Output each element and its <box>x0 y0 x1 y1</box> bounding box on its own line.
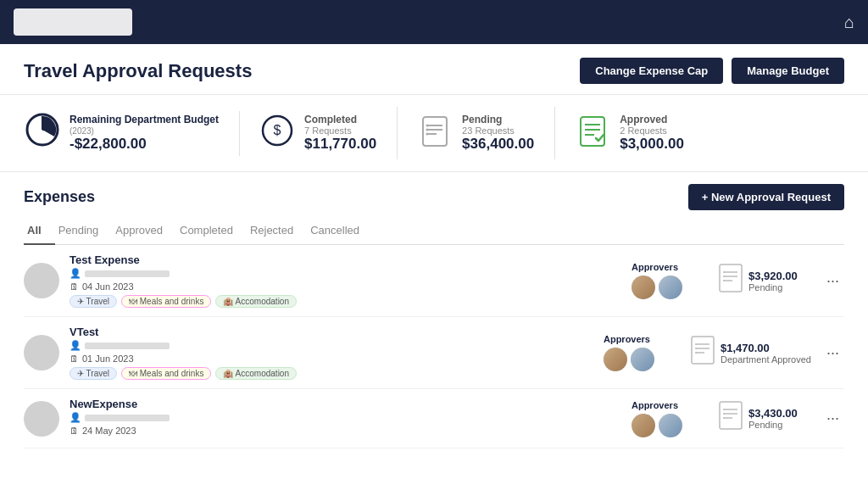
calendar-icon: 🗓 <box>70 426 79 436</box>
completed-icon: $ <box>260 114 294 153</box>
expenses-header: Expenses + New Approval Request <box>24 184 844 210</box>
expense-menu-button[interactable]: ··· <box>821 272 844 290</box>
svg-point-10 <box>426 129 429 131</box>
expense-name: NewExpense <box>70 398 621 410</box>
expense-list: Test Expense 👤 🗓 04 Jun 2023 ✈ Travel 🍽 … <box>24 245 844 465</box>
change-expense-cap-button[interactable]: Change Expense Cap <box>580 58 723 84</box>
tab-pending[interactable]: Pending <box>55 219 113 245</box>
receipt-amount: $3,430.00 <box>748 407 798 420</box>
user-text-blur <box>85 415 170 421</box>
completed-card: $ Completed 7 Requests $11,770.00 <box>260 107 398 159</box>
expense-tabs: All Pending Approved Completed Rejected … <box>24 219 844 245</box>
receipt-icon <box>690 335 715 371</box>
header-section: Travel Approval Requests Change Expense … <box>0 44 868 95</box>
expense-approvers: Approvers <box>604 334 680 371</box>
expense-date: 🗓 01 Jun 2023 <box>70 354 593 364</box>
svg-rect-12 <box>581 117 604 146</box>
svg-text:$: $ <box>274 123 281 137</box>
approved-card: Approved 2 Requests $3,000.00 <box>576 107 704 159</box>
expense-menu-button[interactable]: ··· <box>821 344 844 362</box>
user-text-blur <box>85 270 170 277</box>
svg-point-21 <box>723 276 725 277</box>
expense-receipt: $3,430.00 Pending <box>718 400 811 437</box>
receipt-status: Pending <box>748 282 798 292</box>
expense-menu-button[interactable]: ··· <box>821 409 844 427</box>
svg-point-27 <box>695 343 697 345</box>
approved-count: 2 Requests <box>620 125 684 136</box>
expense-user: 👤 <box>70 340 593 351</box>
avatar <box>24 401 59 437</box>
pending-value: $36,400.00 <box>462 136 534 153</box>
user-text-blur <box>85 342 170 349</box>
table-row: NewExpense 👤 🗓 24 May 2023 Approvers <box>24 389 844 448</box>
expense-receipt: $1,470.00 Department Approved <box>690 335 811 371</box>
svg-point-34 <box>723 409 725 410</box>
completed-count: 7 Requests <box>304 125 376 136</box>
tag-travel: ✈ Travel <box>70 367 117 380</box>
tag-meals: 🍽 Meals and drinks <box>121 295 211 308</box>
budget-year: (2023) <box>70 126 219 136</box>
expense-main: VTest 👤 🗓 01 Jun 2023 ✈ Travel 🍽 Meals a… <box>70 326 593 380</box>
calendar-icon: 🗓 <box>70 281 79 292</box>
tab-rejected[interactable]: Rejected <box>247 219 307 245</box>
expenses-title: Expenses <box>24 188 95 206</box>
receipt-icon <box>718 400 743 437</box>
completed-text: Completed 7 Requests $11,770.00 <box>304 114 376 153</box>
receipt-status: Pending <box>748 420 798 430</box>
calendar-icon: 🗓 <box>70 354 79 364</box>
pending-card: Pending 23 Requests $36,400.00 <box>418 107 555 159</box>
approver-avatar-2 <box>659 276 682 299</box>
pending-label: Pending <box>462 114 534 125</box>
approvers-label: Approvers <box>632 262 678 272</box>
pending-count: 23 Requests <box>462 125 534 136</box>
svg-point-36 <box>723 417 725 419</box>
approvers-label: Approvers <box>604 334 650 344</box>
home-icon[interactable]: ⌂ <box>844 13 854 32</box>
approver-avatar-1 <box>632 276 655 299</box>
main-content: Travel Approval Requests Change Expense … <box>0 44 868 490</box>
approver-avatars <box>632 276 682 299</box>
budget-value: -$22,800.00 <box>70 136 219 153</box>
svg-point-35 <box>723 413 725 415</box>
svg-point-29 <box>695 352 697 354</box>
expense-date-value: 24 May 2023 <box>82 426 136 436</box>
expense-approvers: Approvers <box>632 262 708 299</box>
svg-rect-16 <box>720 264 742 292</box>
tag-accomodation: 🏨 Accomodation <box>215 295 297 308</box>
receipt-icon <box>718 263 743 299</box>
budget-card: Remaining Department Budget (2023) -$22,… <box>24 111 240 156</box>
expense-main: NewExpense 👤 🗓 24 May 2023 <box>70 398 621 439</box>
expense-date: 🗓 24 May 2023 <box>70 426 621 436</box>
receipt-amount: $1,470.00 <box>721 342 811 354</box>
tab-completed[interactable]: Completed <box>176 219 247 245</box>
tag-meals: 🍽 Meals and drinks <box>121 367 211 380</box>
budget-label: Remaining Department Budget <box>70 114 219 127</box>
expense-date-value: 04 Jun 2023 <box>82 281 134 292</box>
expense-tags: ✈ Travel 🍽 Meals and drinks 🏨 Accomodati… <box>70 295 621 308</box>
tab-all[interactable]: All <box>24 219 55 245</box>
table-row: VTest 👤 🗓 01 Jun 2023 ✈ Travel 🍽 Meals a… <box>24 317 844 389</box>
manage-budget-button[interactable]: Manage Budget <box>732 58 844 84</box>
svg-point-9 <box>426 125 429 127</box>
expense-user: 👤 <box>70 412 621 423</box>
new-approval-request-button[interactable]: + New Approval Request <box>688 184 844 210</box>
tab-approved[interactable]: Approved <box>112 219 176 245</box>
approver-avatar-2 <box>659 414 682 437</box>
tag-accomodation: 🏨 Accomodation <box>215 367 297 380</box>
budget-text: Remaining Department Budget (2023) -$22,… <box>70 114 219 153</box>
completed-label: Completed <box>304 114 376 125</box>
approved-label: Approved <box>620 114 684 125</box>
top-navigation: ⌂ <box>0 0 868 44</box>
svg-rect-30 <box>720 402 742 429</box>
receipt-info: $3,920.00 Pending <box>748 270 798 292</box>
approved-value: $3,000.00 <box>620 136 684 153</box>
expense-name: Test Expense <box>70 253 621 266</box>
approver-avatar-1 <box>632 414 655 437</box>
approver-avatar-2 <box>631 348 654 371</box>
tab-cancelled[interactable]: Cancelled <box>307 219 373 245</box>
expense-approvers: Approvers <box>632 400 708 437</box>
approvers-label: Approvers <box>632 400 678 410</box>
svg-point-11 <box>426 133 429 136</box>
header-buttons: Change Expense Cap Manage Budget <box>580 58 844 84</box>
table-row: Test Expense 👤 🗓 04 Jun 2023 ✈ Travel 🍽 … <box>24 245 844 317</box>
